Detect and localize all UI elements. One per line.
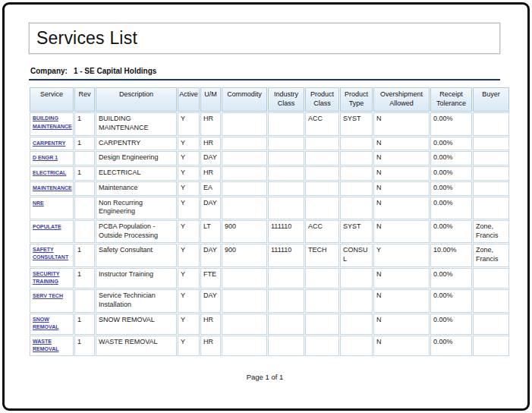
cell-industry_class: [268, 314, 304, 335]
service-link[interactable]: D ENGR 1: [33, 154, 58, 162]
cell-overshipment_allowed: N: [373, 137, 430, 151]
cell-overshipment_allowed: N: [373, 181, 430, 196]
cell-overshipment_allowed: N: [373, 220, 430, 243]
cell-receipt_tolerance: 0.00%: [430, 137, 472, 151]
cell-commodity: [222, 336, 267, 357]
cell-industry_class: [268, 151, 304, 166]
service-link[interactable]: CARPENTRY: [33, 140, 65, 147]
cell-receipt_tolerance: 0.00%: [430, 220, 472, 243]
column-header-service: Service: [30, 87, 74, 112]
cell-um: DAY: [200, 289, 221, 312]
cell-buyer: [473, 336, 509, 357]
cell-active: Y: [178, 197, 200, 219]
cell-rev: [74, 220, 95, 243]
cell-product_type: [340, 314, 373, 335]
cell-description: BUILDING MAINTENANCE: [96, 112, 177, 135]
company-value: 1 - SE Capital Holdings: [74, 67, 156, 75]
cell-receipt_tolerance: 0.00%: [430, 268, 472, 289]
cell-description: Service Technician Installation: [96, 289, 177, 312]
cell-product_class: [305, 289, 339, 312]
cell-buyer: [473, 151, 509, 166]
cell-commodity: 900: [222, 220, 267, 243]
service-link[interactable]: SNOW REMOVAL: [33, 316, 71, 331]
cell-commodity: 900: [222, 244, 267, 266]
services-table-body: BUILDING MAINTENANCE1BUILDING MAINTENANC…: [30, 112, 509, 356]
cell-product_class: ACC: [305, 112, 339, 135]
cell-receipt_tolerance: 0.00%: [430, 314, 472, 335]
cell-active: Y: [178, 137, 200, 151]
service-link[interactable]: SAFETY CONSULTANT: [33, 246, 71, 261]
column-header-overshipment_allowed: Overshipment Allowed: [373, 87, 430, 112]
cell-active: Y: [178, 314, 200, 335]
service-link[interactable]: WASTE REMOVAL: [33, 338, 71, 353]
cell-active: Y: [178, 289, 200, 312]
cell-service: SAFETY CONSULTANT: [30, 244, 74, 266]
cell-rev: [74, 197, 95, 219]
cell-um: HR: [200, 112, 221, 135]
cell-description: Maintenance: [96, 181, 177, 196]
cell-rev: [74, 181, 95, 196]
cell-um: HR: [200, 166, 221, 181]
cell-um: FTE: [200, 268, 221, 289]
column-header-um: U/M: [200, 87, 221, 112]
cell-buyer: [473, 166, 509, 181]
cell-product_type: [340, 289, 373, 312]
cell-overshipment_allowed: N: [373, 166, 430, 181]
cell-buyer: [473, 181, 509, 196]
cell-product_type: SYST: [340, 220, 373, 243]
cell-industry_class: [268, 197, 304, 219]
cell-um: LT: [200, 220, 221, 243]
cell-product_type: [340, 268, 373, 289]
cell-um: DAY: [200, 197, 221, 219]
cell-receipt_tolerance: 0.00%: [430, 166, 472, 181]
cell-overshipment_allowed: N: [373, 197, 430, 219]
table-row: WASTE REMOVAL1WASTE REMOVALYHRN0.00%: [30, 336, 509, 357]
cell-description: Design Engineering: [96, 151, 177, 166]
cell-active: Y: [178, 166, 200, 181]
cell-active: Y: [178, 220, 200, 243]
service-link[interactable]: ELECTRICAL: [33, 169, 66, 177]
table-row: CARPENTRY1CARPENTRYYHRN0.00%: [30, 137, 509, 151]
cell-commodity: [222, 268, 267, 289]
cell-rev: 1: [74, 112, 95, 135]
cell-rev: 1: [74, 336, 95, 357]
service-link[interactable]: SERV TECH: [33, 292, 63, 300]
cell-rev: 1: [74, 166, 95, 181]
cell-overshipment_allowed: N: [373, 112, 430, 135]
cell-buyer: [473, 197, 509, 219]
cell-industry_class: [268, 181, 304, 196]
column-header-rev: Rev: [74, 87, 95, 112]
cell-commodity: [222, 166, 267, 181]
cell-product_class: [305, 151, 339, 166]
cell-product_type: [340, 181, 373, 196]
cell-receipt_tolerance: 0.00%: [430, 289, 472, 312]
service-link[interactable]: NRE: [33, 200, 44, 207]
cell-buyer: [473, 314, 509, 335]
cell-industry_class: [268, 112, 304, 135]
cell-receipt_tolerance: 0.00%: [430, 151, 472, 166]
table-row: SAFETY CONSULTANT1Safety ConsultantYDAY9…: [30, 244, 509, 266]
service-link[interactable]: POPULATE: [33, 223, 61, 231]
cell-receipt_tolerance: 0.00%: [430, 336, 472, 357]
cell-product_type: [340, 197, 373, 219]
cell-industry_class: [268, 166, 304, 181]
cell-description: WASTE REMOVAL: [96, 336, 177, 357]
table-row: NRENon Recurring EngineeringYDAYN0.00%: [30, 197, 509, 219]
cell-rev: 1: [74, 137, 95, 151]
cell-rev: [74, 289, 95, 312]
cell-description: SNOW REMOVAL: [96, 314, 177, 335]
cell-um: HR: [200, 314, 221, 335]
cell-overshipment_allowed: N: [373, 151, 430, 166]
cell-buyer: [473, 289, 509, 312]
cell-active: Y: [178, 268, 200, 289]
table-row: SNOW REMOVAL1SNOW REMOVALYHRN0.00%: [30, 314, 509, 335]
service-link[interactable]: SECURITY TRAINING: [33, 270, 71, 285]
report-title-box: Services List: [29, 23, 500, 54]
cell-commodity: [222, 151, 267, 166]
cell-buyer: Zone, Francis: [473, 244, 509, 266]
table-row: ELECTRICAL1ELECTRICALYHRN0.00%: [30, 166, 509, 181]
service-link[interactable]: BUILDING MAINTENANCE: [33, 115, 72, 130]
cell-industry_class: [268, 268, 304, 289]
cell-rev: 1: [74, 314, 95, 335]
service-link[interactable]: MAINTENANCE: [33, 184, 72, 192]
